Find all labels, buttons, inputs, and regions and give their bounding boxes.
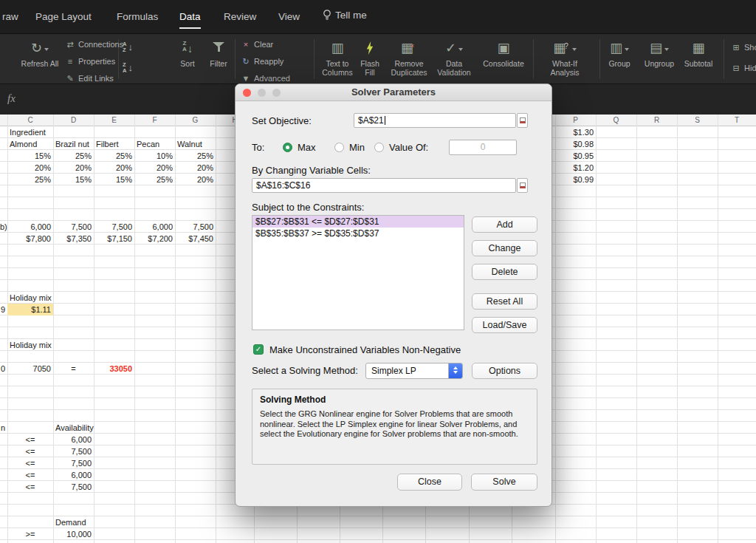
cell-E4[interactable]: 20% <box>94 162 134 174</box>
cell-D27[interactable]: 6,000 <box>53 434 94 445</box>
cell-P4[interactable]: $1.20 <box>555 162 596 174</box>
properties-button[interactable]: ≡Properties <box>65 57 115 66</box>
cell-C1[interactable]: Ingredient <box>7 126 53 138</box>
load-save-button[interactable]: Load/Save <box>472 317 537 333</box>
value-of-input[interactable]: 0 <box>449 140 517 155</box>
subtotal-button[interactable]: ▦ Subtotal <box>679 38 718 68</box>
cell-C27[interactable]: <= <box>7 434 53 445</box>
column-header-Q[interactable]: Q <box>596 115 636 126</box>
hide-detail-button[interactable]: ⊟Hid <box>731 64 756 73</box>
cell-E3[interactable]: 25% <box>94 150 134 162</box>
cell-D21[interactable]: = <box>53 363 94 375</box>
close-button[interactable]: Close <box>397 474 462 491</box>
minimize-window-button[interactable] <box>258 89 266 97</box>
cell-F3[interactable]: 10% <box>134 150 175 162</box>
cell-F5[interactable]: 25% <box>134 174 175 185</box>
non-negative-checkbox[interactable]: ✓ <box>253 344 264 355</box>
cell-D28[interactable]: 7,500 <box>53 445 94 457</box>
cell-D35[interactable]: 10,000 <box>53 528 94 540</box>
close-window-button[interactable] <box>243 89 251 97</box>
show-detail-button[interactable]: ⊞Sho <box>731 43 756 52</box>
cell-D26[interactable]: Availability <box>53 422 94 434</box>
constraint-row[interactable]: $B$35:$B$37 >= $D$35:$D$37 <box>252 228 464 239</box>
cell-G2[interactable]: Walnut <box>175 138 216 150</box>
change-button[interactable]: Change <box>472 240 537 256</box>
column-header-F[interactable]: F <box>134 115 175 126</box>
what-if-analysis-button[interactable]: ▦? What-If Analysis <box>540 38 590 77</box>
cell-P2[interactable]: $0.98 <box>555 138 596 150</box>
non-negative-label[interactable]: Make Unconstrained Variables Non-Negativ… <box>269 344 461 355</box>
cell-E10[interactable]: $7,150 <box>94 233 134 245</box>
menu-tab-formulas[interactable]: Formulas <box>117 11 158 22</box>
cell-C28[interactable]: <= <box>7 445 53 457</box>
cell-F2[interactable]: Pecan <box>134 138 175 150</box>
cell-D9[interactable]: 7,500 <box>53 221 94 233</box>
cell-G3[interactable]: 25% <box>175 150 216 162</box>
cell-C4[interactable]: 20% <box>7 162 53 174</box>
cell-E21[interactable]: 33050 <box>94 363 134 375</box>
cell-P3[interactable]: $0.95 <box>555 150 596 162</box>
menu-tab-data[interactable]: Data <box>179 11 201 29</box>
filter-button[interactable]: Filter <box>202 38 235 68</box>
cell-D4[interactable]: 20% <box>53 162 94 174</box>
menu-tab-page-layout[interactable]: Page Layout <box>35 11 92 22</box>
radio-max-label[interactable]: Max <box>298 142 316 153</box>
cell-C2[interactable]: Almond <box>7 138 53 150</box>
sort-descending-button[interactable]: ZA ↓ <box>123 59 142 78</box>
options-button[interactable]: Options <box>472 363 537 379</box>
ungroup-button[interactable]: ▤ Ungroup <box>640 38 678 68</box>
menu-tab-review[interactable]: Review <box>224 11 256 22</box>
cell-C30[interactable]: <= <box>7 469 53 481</box>
solving-method-dropdown[interactable]: Simplex LP <box>365 363 463 379</box>
radio-min-label[interactable]: Min <box>349 142 365 153</box>
cell-C9[interactable]: 6,000 <box>7 221 53 233</box>
radio-min[interactable] <box>334 143 344 152</box>
cell-C19[interactable]: Holiday mix <box>7 339 53 351</box>
menu-tab-view[interactable]: View <box>278 11 300 22</box>
cell-F4[interactable]: 20% <box>134 162 175 174</box>
cell-E9[interactable]: 7,500 <box>94 221 134 233</box>
advanced-filter-button[interactable]: ▼Advanced <box>241 74 290 83</box>
cell-B9[interactable]: b) <box>0 221 7 233</box>
column-header-G[interactable]: G <box>175 115 216 126</box>
cell-C15[interactable]: Holiday mix <box>7 292 53 304</box>
cell-G9[interactable]: 7,500 <box>175 221 216 233</box>
column-header-P[interactable]: P <box>555 115 596 126</box>
cell-G4[interactable]: 20% <box>175 162 216 174</box>
refresh-all-button[interactable]: ↻ Refresh All <box>19 38 61 68</box>
cell-C31[interactable]: <= <box>7 481 53 493</box>
radio-max[interactable] <box>283 143 292 152</box>
cell-D34[interactable]: Demand <box>53 516 94 528</box>
column-header-D[interactable]: D <box>53 115 94 126</box>
cell-C35[interactable]: >= <box>7 528 53 540</box>
zoom-window-button[interactable] <box>272 89 281 97</box>
cell-F9[interactable]: 6,000 <box>134 221 175 233</box>
add-button[interactable]: Add <box>472 216 537 233</box>
objective-input[interactable]: $A$21 <box>354 113 516 128</box>
column-header-S[interactable]: S <box>677 115 718 126</box>
clear-button[interactable]: ×Clear <box>241 40 273 49</box>
column-header-C[interactable]: C <box>7 115 53 126</box>
reset-all-button[interactable]: Reset All <box>472 293 537 310</box>
cell-D10[interactable]: $7,350 <box>53 233 94 245</box>
column-header-R[interactable]: R <box>636 115 677 126</box>
collapse-dialog-button[interactable] <box>517 178 528 193</box>
remove-duplicates-button[interactable]: ▦× Remove Duplicates <box>387 38 431 77</box>
variable-cells-input[interactable]: $A$16:$C$16 <box>252 178 516 193</box>
cell-F10[interactable]: $7,200 <box>134 233 175 245</box>
sort-ascending-button[interactable]: AZ ↓ <box>123 38 142 58</box>
solve-button[interactable]: Solve <box>471 474 537 491</box>
cell-C16[interactable]: $1.11 <box>7 304 53 315</box>
cell-D31[interactable]: 7,500 <box>53 481 94 493</box>
constraint-row[interactable]: $B$27:$B$31 <= $D$27:$D$31 <box>252 216 464 228</box>
cell-B16[interactable]: 9 <box>0 304 7 315</box>
delete-button[interactable]: Delete <box>472 264 537 280</box>
cell-C21[interactable]: 7050 <box>7 363 53 375</box>
cell-E2[interactable]: Filbert <box>94 138 134 150</box>
cell-P1[interactable]: $1.30 <box>555 126 596 138</box>
data-validation-button[interactable]: ✓ Data Validation <box>433 38 475 77</box>
cell-C10[interactable]: $7,800 <box>7 233 53 245</box>
radio-value-of-label[interactable]: Value Of: <box>389 142 428 153</box>
column-header-E[interactable]: E <box>94 115 134 126</box>
text-to-columns-button[interactable]: ▥ Text to Columns <box>317 38 357 77</box>
